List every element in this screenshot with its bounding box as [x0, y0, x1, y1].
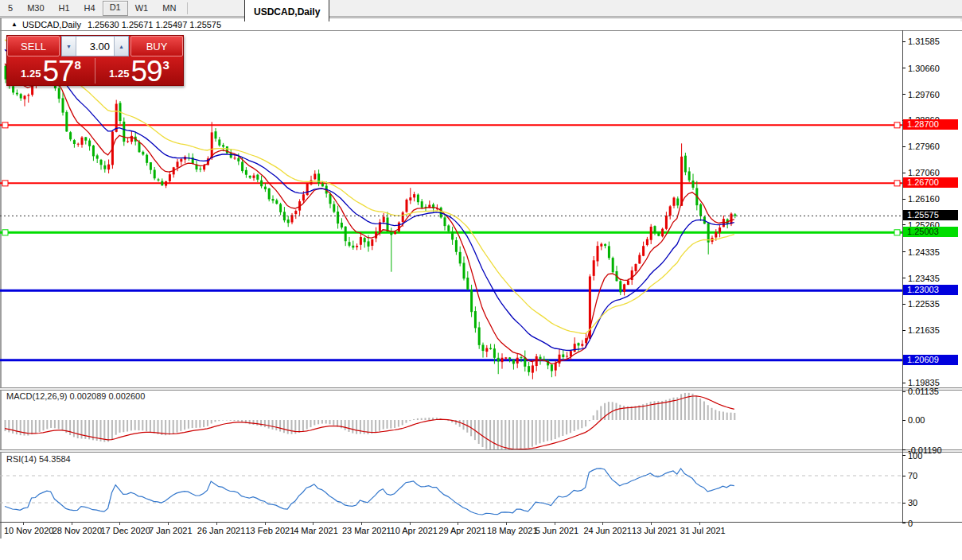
rsi-value: 54.3584 [39, 454, 71, 464]
date-label-3: 7 Jan 2021 [149, 526, 192, 535]
date-tick-1 [72, 523, 72, 525]
tick-dash [902, 199, 906, 200]
volume-decrease-button[interactable]: ▼ [62, 37, 76, 56]
tick-dash [902, 455, 906, 456]
toolbar-separator [187, 2, 188, 14]
tick-dash [902, 503, 906, 504]
tick-dash [902, 420, 906, 421]
date-tick-0 [23, 523, 24, 525]
price-tick-1.22535: 1.22535 [902, 299, 940, 309]
tick-dash [902, 94, 906, 95]
date-tick-4 [216, 523, 217, 525]
tick-dash [902, 523, 906, 523]
level-price-badge-1.26700: 1.26700 [903, 177, 958, 188]
date-label-12: 24 Jun 2021 [583, 526, 632, 535]
chart-title-symbol: USDCAD,Daily [22, 20, 81, 29]
date-tick-11 [555, 523, 555, 525]
timeframe-button-w1[interactable]: W1 [128, 2, 156, 15]
price-tick-1.31585: 1.31585 [902, 37, 940, 46]
date-label-2: 17 Dec 2020 [100, 526, 150, 535]
timeframe-button-mn[interactable]: MN [155, 2, 183, 15]
price-tick-1.30660: 1.30660 [902, 64, 940, 73]
date-label-13: 13 Jul 2021 [632, 526, 677, 535]
date-label-4: 26 Jan 2021 [197, 526, 246, 535]
date-label-14: 31 Jul 2021 [680, 526, 726, 535]
tick-dash [902, 383, 906, 383]
level-price-badge-1.23003: 1.23003 [903, 285, 958, 295]
price-tick-1.29760: 1.29760 [902, 90, 940, 99]
ma-mid-line [5, 49, 734, 350]
chart-title-bar: ▲ USDCAD,Daily 1.25630 1.25671 1.25497 1… [2, 18, 960, 30]
tick-dash [902, 173, 906, 173]
date-tick-12 [602, 523, 603, 525]
date-tick-6 [313, 523, 314, 525]
level-price-badge-1.28700: 1.28700 [903, 119, 958, 130]
macd-tick-0.01135: 0.01135 [902, 387, 939, 396]
tick-dash [902, 68, 906, 68]
timeframe-button-5[interactable]: 5 [1, 2, 20, 15]
tick-dash [902, 146, 906, 147]
date-label-11: 5 Jun 2021 [536, 526, 578, 535]
level-line-1.25003[interactable] [0, 230, 902, 235]
current-price-badge: 1.25575 [903, 210, 958, 220]
date-tick-3 [168, 523, 169, 525]
chart-title-ohlc: 1.25630 1.25671 1.25497 1.25575 [88, 20, 221, 29]
date-tick-9 [458, 523, 458, 525]
level-price-badge-1.20609: 1.20609 [903, 355, 958, 365]
tick-dash [902, 224, 906, 225]
tick-dash [902, 391, 906, 392]
level-line-1.26700[interactable] [0, 181, 902, 186]
macd-label: MACD(12,26,9) 0.002089 0.002600 [6, 391, 145, 401]
macd-histogram [5, 393, 736, 449]
date-tick-7 [361, 523, 362, 525]
volume-box: ▼ ▲ [61, 36, 129, 56]
rsi-tick-0: 0 [902, 519, 913, 528]
date-tick-13 [651, 523, 652, 525]
level-line-1.28700[interactable] [0, 122, 902, 128]
chart-tab-usdcad-daily[interactable]: USDCAD,Daily [244, 0, 329, 21]
tick-dash [902, 278, 906, 278]
date-label-6: 4 Mar 2021 [294, 526, 338, 535]
macd-signal-line [5, 396, 734, 449]
price-tick-1.23435: 1.23435 [902, 274, 940, 283]
date-tick-5 [265, 523, 266, 525]
time-axis-line [0, 522, 962, 523]
ma-fast-line [5, 64, 734, 364]
bid-price: 1.25578 [7, 56, 95, 85]
buy-button[interactable]: BUY [130, 36, 183, 56]
price-tick-1.27960: 1.27960 [902, 142, 940, 151]
date-tick-8 [410, 523, 411, 525]
date-label-10: 18 May 2021 [487, 526, 538, 535]
macd-values: 0.002089 0.002600 [69, 391, 145, 401]
timeframe-toolbar: 5M30H1H4D1W1MN [0, 0, 962, 17]
rsi-label: RSI(14) 54.3584 [6, 454, 71, 464]
price-tick-1.24335: 1.24335 [902, 247, 940, 257]
rsi-indicator-canvas[interactable] [0, 452, 902, 522]
rsi-tick-30: 30 [902, 498, 917, 508]
volume-input[interactable] [76, 37, 114, 56]
timeframe-button-m30[interactable]: M30 [20, 2, 51, 15]
timeframe-button-h1[interactable]: H1 [52, 2, 77, 15]
timeframe-button-d1[interactable]: D1 [103, 1, 128, 16]
rsi-tick-70: 70 [902, 471, 917, 480]
date-label-9: 29 Apr 2021 [438, 526, 485, 535]
price-tick-1.21635: 1.21635 [902, 325, 940, 335]
tick-dash [902, 41, 906, 42]
collapse-arrow-icon[interactable]: ▲ [11, 21, 18, 28]
date-tick-2 [119, 523, 120, 525]
one-click-trade-panel: SELL ▼ ▲ BUY 1.25578 1.25593 [6, 35, 184, 86]
level-price-badge-1.25003: 1.25003 [903, 227, 958, 237]
tick-dash [902, 251, 906, 252]
sell-button[interactable]: SELL [7, 36, 60, 56]
date-label-0: 10 Nov 2020 [4, 526, 53, 535]
date-tick-10 [506, 523, 507, 525]
volume-increase-button[interactable]: ▲ [114, 37, 128, 56]
timeframe-button-h4[interactable]: H4 [77, 2, 103, 15]
date-label-5: 13 Feb 2021 [246, 526, 295, 535]
rsi-tick-100: 100 [902, 451, 922, 461]
tick-dash [902, 330, 906, 331]
date-label-1: 28 Nov 2020 [53, 526, 102, 535]
price-tick-1.26160: 1.26160 [902, 194, 940, 204]
tick-dash [902, 476, 906, 476]
macd-tick-0.00: 0.00 [902, 415, 925, 425]
